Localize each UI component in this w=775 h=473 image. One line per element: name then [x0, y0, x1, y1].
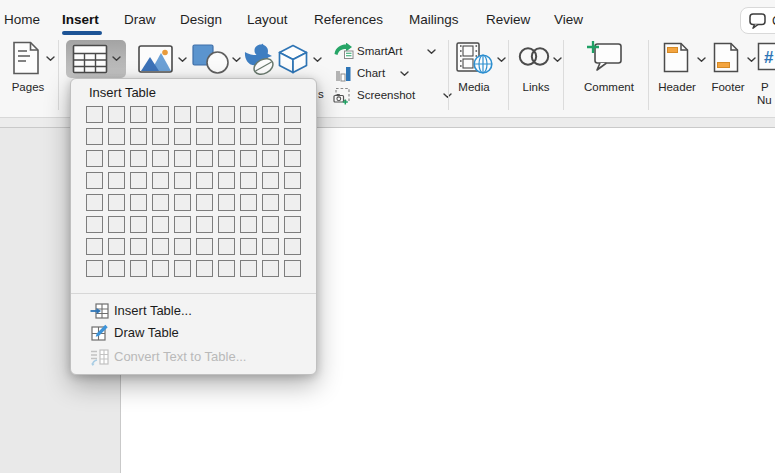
tab-insert[interactable]: Insert	[62, 12, 99, 27]
grid-cell-4x7[interactable]	[218, 172, 235, 189]
grid-cell-6x1[interactable]	[86, 216, 103, 233]
grid-cell-2x6[interactable]	[196, 128, 213, 145]
grid-cell-5x5[interactable]	[174, 194, 191, 211]
grid-cell-2x5[interactable]	[174, 128, 191, 145]
shapes-dropdown-chevron[interactable]	[232, 57, 241, 63]
tab-design[interactable]: Design	[180, 12, 222, 27]
media-dropdown-chevron[interactable]	[497, 57, 506, 63]
grid-cell-2x4[interactable]	[152, 128, 169, 145]
grid-cell-7x4[interactable]	[152, 238, 169, 255]
table-button[interactable]	[66, 40, 126, 78]
smartart-dropdown-chevron[interactable]	[427, 49, 436, 55]
grid-cell-3x6[interactable]	[196, 150, 213, 167]
grid-cell-3x2[interactable]	[108, 150, 125, 167]
grid-cell-3x3[interactable]	[130, 150, 147, 167]
grid-cell-8x9[interactable]	[262, 260, 279, 277]
grid-cell-6x7[interactable]	[218, 216, 235, 233]
grid-cell-7x3[interactable]	[130, 238, 147, 255]
tab-draw[interactable]: Draw	[124, 12, 156, 27]
grid-cell-1x3[interactable]	[130, 106, 147, 123]
grid-cell-6x6[interactable]	[196, 216, 213, 233]
chart-icon[interactable]	[335, 65, 352, 82]
pictures-icon[interactable]	[138, 45, 173, 73]
grid-cell-8x3[interactable]	[130, 260, 147, 277]
grid-cell-4x5[interactable]	[174, 172, 191, 189]
grid-cell-3x4[interactable]	[152, 150, 169, 167]
grid-cell-6x4[interactable]	[152, 216, 169, 233]
grid-cell-5x1[interactable]	[86, 194, 103, 211]
tab-mailings[interactable]: Mailings	[409, 12, 459, 27]
grid-cell-5x10[interactable]	[284, 194, 301, 211]
grid-cell-1x6[interactable]	[196, 106, 213, 123]
screenshot-label[interactable]: Screenshot	[357, 89, 415, 101]
grid-cell-8x7[interactable]	[218, 260, 235, 277]
grid-cell-6x3[interactable]	[130, 216, 147, 233]
grid-cell-1x1[interactable]	[86, 106, 103, 123]
grid-cell-2x9[interactable]	[262, 128, 279, 145]
header-dropdown-chevron[interactable]	[697, 57, 706, 63]
grid-cell-3x9[interactable]	[262, 150, 279, 167]
footer-dropdown-chevron[interactable]	[747, 57, 756, 63]
grid-cell-4x6[interactable]	[196, 172, 213, 189]
smartart-label[interactable]: SmartArt	[357, 45, 402, 57]
menu-item-draw-table[interactable]: Draw Table	[71, 321, 316, 345]
menu-item-insert-table[interactable]: Insert Table...	[71, 299, 316, 323]
grid-cell-7x1[interactable]	[86, 238, 103, 255]
grid-cell-4x4[interactable]	[152, 172, 169, 189]
grid-cell-6x5[interactable]	[174, 216, 191, 233]
grid-cell-3x5[interactable]	[174, 150, 191, 167]
grid-cell-1x9[interactable]	[262, 106, 279, 123]
links-icon[interactable]	[516, 45, 552, 68]
media-icon[interactable]	[455, 42, 493, 75]
grid-cell-6x2[interactable]	[108, 216, 125, 233]
tab-home[interactable]: Home	[4, 12, 40, 27]
grid-cell-7x5[interactable]	[174, 238, 191, 255]
grid-cell-8x4[interactable]	[152, 260, 169, 277]
comments-button[interactable]: C	[740, 7, 775, 34]
pages-dropdown-chevron[interactable]	[46, 56, 55, 62]
grid-cell-7x7[interactable]	[218, 238, 235, 255]
grid-cell-1x10[interactable]	[284, 106, 301, 123]
grid-cell-4x8[interactable]	[240, 172, 257, 189]
pictures-dropdown-chevron[interactable]	[178, 57, 187, 63]
3d-models-icon[interactable]	[277, 44, 309, 74]
grid-cell-3x10[interactable]	[284, 150, 301, 167]
grid-cell-4x9[interactable]	[262, 172, 279, 189]
grid-cell-8x5[interactable]	[174, 260, 191, 277]
grid-cell-5x4[interactable]	[152, 194, 169, 211]
grid-cell-4x10[interactable]	[284, 172, 301, 189]
grid-cell-4x3[interactable]	[130, 172, 147, 189]
grid-cell-8x2[interactable]	[108, 260, 125, 277]
screenshot-icon[interactable]	[333, 87, 351, 105]
grid-cell-5x9[interactable]	[262, 194, 279, 211]
grid-cell-8x6[interactable]	[196, 260, 213, 277]
grid-cell-6x9[interactable]	[262, 216, 279, 233]
grid-cell-3x1[interactable]	[86, 150, 103, 167]
grid-cell-1x5[interactable]	[174, 106, 191, 123]
grid-cell-7x10[interactable]	[284, 238, 301, 255]
grid-cell-5x8[interactable]	[240, 194, 257, 211]
grid-cell-8x10[interactable]	[284, 260, 301, 277]
tab-view[interactable]: View	[554, 12, 583, 27]
page-number-icon[interactable]: #	[757, 42, 775, 72]
smartart-icon[interactable]	[333, 43, 354, 59]
grid-cell-5x2[interactable]	[108, 194, 125, 211]
grid-cell-8x8[interactable]	[240, 260, 257, 277]
grid-cell-6x8[interactable]	[240, 216, 257, 233]
grid-cell-2x10[interactable]	[284, 128, 301, 145]
grid-cell-7x2[interactable]	[108, 238, 125, 255]
grid-cell-4x1[interactable]	[86, 172, 103, 189]
new-comment-icon[interactable]	[586, 39, 624, 73]
grid-cell-7x6[interactable]	[196, 238, 213, 255]
grid-cell-7x8[interactable]	[240, 238, 257, 255]
grid-cell-2x1[interactable]	[86, 128, 103, 145]
grid-cell-2x7[interactable]	[218, 128, 235, 145]
grid-cell-1x7[interactable]	[218, 106, 235, 123]
icons-duck-icon[interactable]	[243, 42, 277, 76]
grid-cell-5x3[interactable]	[130, 194, 147, 211]
grid-cell-2x3[interactable]	[130, 128, 147, 145]
header-icon[interactable]	[663, 42, 689, 73]
grid-cell-6x10[interactable]	[284, 216, 301, 233]
chart-dropdown-chevron[interactable]	[400, 71, 409, 77]
links-dropdown-chevron[interactable]	[553, 57, 562, 63]
